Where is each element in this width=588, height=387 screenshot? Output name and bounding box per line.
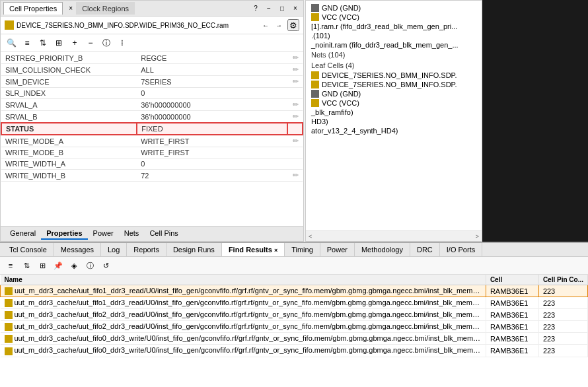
table-row[interactable]: SLR_INDEX0 [1, 88, 303, 99]
more-tool-button[interactable]: ⁞ [116, 36, 129, 50]
help-icon[interactable]: ? [250, 3, 261, 14]
tree-item-label: _blk_ramfifo) [311, 108, 353, 116]
list-item[interactable]: [1].ram.r (fifo_ddr3_read_blk_mem_gen_pr… [309, 22, 479, 31]
properties-table: RSTREG_PRIORITY_BREGCE✏SIM_COLLISION_CHE… [1, 52, 303, 182]
nav-forward-button[interactable]: → [273, 19, 285, 31]
table-row[interactable]: uut_m_ddr3_cache/uut_fifo1_ddr3_read/U0/… [1, 297, 588, 309]
bottom-console-tab-timing[interactable]: Timing [285, 243, 320, 256]
property-name: SIM_COLLISION_CHECK [1, 64, 137, 76]
list-item[interactable]: GND (GND) [309, 89, 479, 98]
filter-tool-button[interactable]: ≡ [20, 36, 34, 50]
list-item[interactable]: _noinit.ram (fifo_ddr3_read_blk_mem_gen_… [309, 40, 479, 50]
col-header-name[interactable]: Name [1, 275, 486, 285]
list-item[interactable]: VCC (VCC) [309, 13, 479, 22]
tab-cell-properties[interactable]: Cell Properties [3, 2, 63, 15]
result-name: uut_m_ddr3_cache/uut_fifo2_ddr3_read/U0/… [1, 321, 486, 333]
edit-icon[interactable]: ✏ [287, 170, 303, 182]
table-row[interactable]: SIM_DEVICE7SERIES✏ [1, 76, 303, 88]
settings-gear-button[interactable]: ⚙ [287, 19, 299, 31]
bottom-console-tab-power[interactable]: Power [320, 243, 355, 256]
edit-icon[interactable]: ✏ [287, 135, 303, 147]
table-row[interactable]: uut_m_ddr3_cache/uut_fifo0_ddr3_write/U0… [1, 333, 588, 345]
bottom-console-tab-log[interactable]: Log [101, 243, 127, 256]
search-tool-button[interactable]: 🔍 [5, 36, 18, 50]
list-item[interactable]: Nets (104) [309, 50, 479, 60]
bottom-console-tab-reports[interactable]: Reports [127, 243, 166, 256]
list-item[interactable]: _blk_ramfifo) [309, 108, 479, 117]
table-row[interactable]: WRITE_WIDTH_B72✏ [1, 170, 303, 182]
list-item[interactable]: GND (GND) [309, 3, 479, 13]
bottom-console-tab-drc[interactable]: DRC [410, 243, 440, 256]
bottom-console-tab-messages[interactable]: Messages [54, 243, 101, 256]
sort-tool-button[interactable]: ⇅ [36, 36, 50, 50]
property-name: STATUS [1, 123, 137, 135]
tab-general[interactable]: General [5, 228, 41, 240]
table-row[interactable]: uut_m_ddr3_cache/uut_fifo1_ddr3_read/U0/… [1, 285, 588, 297]
tab-power[interactable]: Power [88, 228, 119, 240]
bottom-filter-button[interactable]: ⇅ [20, 259, 33, 272]
bottom-info-button[interactable]: ⓘ [83, 259, 96, 272]
bottom-highlight-button[interactable]: ◈ [67, 259, 81, 272]
table-row[interactable]: SIM_COLLISION_CHECKALL✏ [1, 64, 303, 76]
list-item[interactable]: ator_v13_2_4_synth_HD4) [309, 126, 479, 135]
remove-tool-button[interactable]: − [84, 36, 97, 50]
result-cell: RAMB36E1 [486, 285, 538, 297]
bottom-console-tab-methodology[interactable]: Methodology [355, 243, 410, 256]
info-tool-button[interactable]: ⓘ [100, 36, 113, 50]
tab-nets[interactable]: Nets [119, 228, 145, 240]
table-row[interactable]: SRVAL_A36'h000000000✏ [1, 99, 303, 111]
table-row[interactable]: WRITE_MODE_AWRITE_FIRST✏ [1, 135, 303, 147]
col-header-cell[interactable]: Cell [486, 275, 538, 285]
add-tool-button[interactable]: + [68, 36, 81, 50]
table-row[interactable]: RSTREG_PRIORITY_BREGCE✏ [1, 52, 303, 64]
edit-icon[interactable]: ✏ [287, 99, 303, 111]
list-item[interactable]: .(101) [309, 31, 479, 40]
bottom-sort-button[interactable]: ≡ [4, 259, 17, 272]
bottom-refresh-button[interactable]: ↺ [99, 259, 112, 272]
result-cell: RAMB36E1 [486, 321, 538, 333]
minimize-icon[interactable]: − [264, 3, 274, 14]
bottom-pin-button[interactable]: 📌 [52, 259, 65, 272]
property-name: SLR_INDEX [1, 88, 137, 99]
panel-close-icon[interactable]: × [290, 3, 301, 14]
gnd-icon [311, 4, 319, 12]
edit-icon[interactable]: ✏ [287, 64, 303, 76]
table-row[interactable]: WRITE_WIDTH_A0 [1, 158, 303, 170]
tab-properties[interactable]: Properties [41, 228, 87, 240]
tab-cell-pins[interactable]: Cell Pins [144, 228, 183, 240]
property-name: WRITE_WIDTH_B [1, 170, 137, 182]
list-item[interactable]: HD3) [309, 117, 479, 126]
property-value: WRITE_FIRST [137, 135, 287, 147]
bottom-console-tab-find-results[interactable]: Find Results× [222, 243, 285, 256]
edit-icon[interactable]: ✏ [287, 111, 303, 123]
edit-icon[interactable]: ✏ [287, 52, 303, 64]
close-tab-icon[interactable]: × [65, 3, 76, 14]
list-item[interactable]: VCC (VCC) [309, 98, 479, 108]
table-row[interactable]: uut_m_ddr3_cache/uut_fifo2_ddr3_read/U0/… [1, 321, 588, 333]
property-value: 72 [137, 170, 287, 182]
maximize-icon[interactable]: □ [277, 3, 287, 14]
list-item[interactable]: DEVICE_7SERIES.NO_BMM_INFO.SDP. [309, 71, 479, 80]
bottom-expand-button[interactable]: ⊞ [36, 259, 49, 272]
result-cell: RAMB36E1 [486, 333, 538, 345]
table-row[interactable]: WRITE_MODE_BWRITE_FIRST [1, 147, 303, 158]
col-header-pin[interactable]: Cell Pin Co... [538, 275, 587, 285]
bottom-console-tab-design-runs[interactable]: Design Runs [166, 243, 222, 256]
edit-icon[interactable]: ✏ [287, 76, 303, 88]
list-item[interactable]: DEVICE_7SERIES.NO_BMM_INFO.SDP. [309, 80, 479, 89]
tab-clock-regions[interactable]: Clock Regions [76, 2, 135, 15]
right-bottom-scrollbar[interactable]: < > [306, 230, 482, 241]
result-pin-count: 223 [538, 297, 587, 309]
nav-back-button[interactable]: ← [260, 19, 272, 31]
property-value: 36'h000000000 [137, 111, 287, 123]
tab-close-icon[interactable]: × [274, 247, 277, 254]
table-row[interactable]: uut_m_ddr3_cache/uut_fifo0_ddr3_write/U0… [1, 345, 588, 357]
expand-tool-button[interactable]: ⊞ [52, 36, 65, 50]
bottom-console-tab-tcl-console[interactable]: Tcl Console [3, 243, 54, 256]
bottom-console-tab-i/o-ports[interactable]: I/O Ports [440, 243, 482, 256]
table-row[interactable]: uut_m_ddr3_cache/uut_fifo2_ddr3_read/U0/… [1, 309, 588, 321]
list-item[interactable]: Leaf Cells (4) [309, 60, 479, 71]
table-row[interactable]: STATUSFIXED [1, 123, 303, 135]
property-name: RSTREG_PRIORITY_B [1, 52, 137, 64]
table-row[interactable]: SRVAL_B36'h000000000✏ [1, 111, 303, 123]
